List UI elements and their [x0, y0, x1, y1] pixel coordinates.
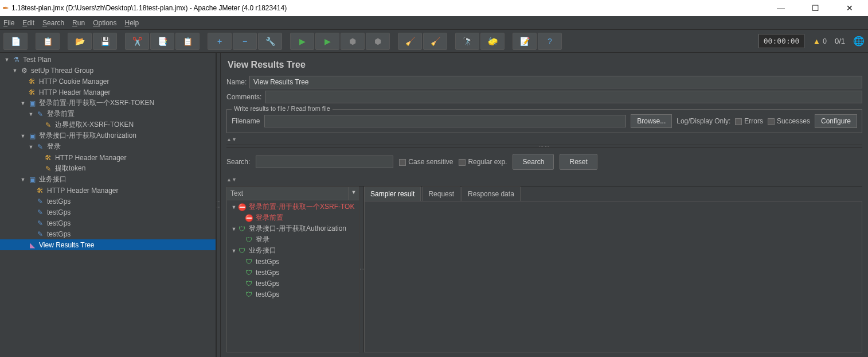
- result-row[interactable]: 🛡 testGps: [227, 289, 359, 300]
- flask-icon: ⚗: [11, 55, 21, 64]
- result-row[interactable]: ▼🛡 业务接口: [227, 245, 359, 256]
- controller-icon: ▣: [28, 131, 37, 141]
- horizontal-splitter[interactable]: ⋯⋯: [226, 145, 862, 148]
- cut-button[interactable]: ✂️: [125, 33, 149, 50]
- browse-button[interactable]: Browse...: [631, 114, 672, 128]
- filename-label: Filename: [232, 117, 260, 125]
- start-button[interactable]: ▶: [290, 33, 314, 50]
- reset-search-button[interactable]: 🧽: [480, 33, 505, 50]
- tab-content-area: [364, 201, 862, 352]
- tab-sampler-result[interactable]: Sampler result: [364, 187, 421, 201]
- tree-sampler-login[interactable]: ▼✎ 登录: [0, 141, 216, 152]
- expand-button[interactable]: +: [208, 33, 232, 50]
- active-threads: 0/1: [835, 37, 845, 45]
- write-results-fieldset: Write results to file / Read from file F…: [226, 109, 862, 133]
- search-input[interactable]: [256, 156, 393, 168]
- minimize-button[interactable]: —: [769, 3, 792, 13]
- menu-options[interactable]: Options: [93, 19, 116, 27]
- result-row[interactable]: ⛔ 登录前置: [227, 212, 359, 223]
- result-row[interactable]: ▼🛡 登录接口-用于获取Authorization: [227, 223, 359, 234]
- scroll-indicator-top: ▲▼: [226, 137, 862, 142]
- tree-extract-token[interactable]: ✎ 提取token: [0, 163, 216, 174]
- result-row[interactable]: ▼⛔ 登录前置-用于获取一个XSRF-TOK: [227, 201, 359, 212]
- tree-test-plan[interactable]: ▼⚗ Test Plan: [0, 54, 216, 65]
- tree-sampler-login-pre[interactable]: ▼✎ 登录前置: [0, 108, 216, 119]
- start-no-timers-button[interactable]: ▶: [315, 33, 339, 50]
- warning-indicator[interactable]: ▲ 0: [812, 37, 827, 46]
- errors-checkbox[interactable]: Errors: [735, 117, 763, 125]
- tree-testgps-4[interactable]: ✎ testGps: [0, 228, 216, 239]
- fail-badge-icon: ⛔: [237, 203, 247, 211]
- sampler-icon: ✎: [36, 197, 45, 206]
- close-button[interactable]: ✕: [838, 3, 861, 13]
- tab-response-data[interactable]: Response data: [462, 187, 521, 201]
- tree-controller-xsrf[interactable]: ▼▣ 登录前置-用于获取一个XSRF-TOKEN: [0, 98, 216, 108]
- shutdown-button[interactable]: ⬢: [366, 33, 390, 50]
- open-button[interactable]: 📂: [68, 33, 92, 50]
- copy-button[interactable]: 📑: [150, 33, 174, 50]
- search-button[interactable]: Search: [513, 154, 554, 170]
- tree-testgps-1[interactable]: ✎ testGps: [0, 196, 216, 207]
- tree-controller-biz[interactable]: ▼▣ 业务接口: [0, 174, 216, 185]
- menu-search[interactable]: Search: [42, 19, 64, 27]
- case-sensitive-checkbox[interactable]: Case sensitive: [399, 158, 453, 166]
- successes-checkbox[interactable]: Successes: [768, 117, 810, 125]
- tree-header-manager-3[interactable]: 🛠 HTTP Header Manager: [0, 185, 216, 196]
- tree-cookie-manager[interactable]: 🛠 HTTP Cookie Manager: [0, 76, 216, 87]
- results-tree-body[interactable]: ▼⛔ 登录前置-用于获取一个XSRF-TOK ⛔ 登录前置 ▼🛡 登录接口-用于…: [227, 200, 359, 352]
- renderer-dropdown[interactable]: ▼: [349, 187, 359, 200]
- configure-button[interactable]: Configure: [815, 114, 857, 128]
- result-row[interactable]: 🛡 testGps: [227, 267, 359, 278]
- sampler-icon: ✎: [36, 230, 45, 239]
- filename-input[interactable]: [264, 115, 626, 127]
- tree-header-manager-1[interactable]: 🛠 HTTP Header Manager: [0, 87, 216, 98]
- tree-extractor-xsrf[interactable]: ✎ 边界提取X-XSRF-TOKEN: [0, 119, 216, 130]
- tree-controller-auth[interactable]: ▼▣ 登录接口-用于获取Authorization: [0, 130, 216, 141]
- new-button[interactable]: 📄: [3, 33, 28, 50]
- comments-input[interactable]: [265, 91, 862, 103]
- tree-thread-group[interactable]: ▼⚙ setUp Thread Group: [0, 65, 216, 76]
- toggle-button[interactable]: 🔧: [258, 33, 282, 50]
- log-display-label: Log/Display Only:: [677, 117, 730, 125]
- stop-button[interactable]: ⬢: [341, 33, 365, 50]
- window-title: 1.18test-plan.jmx (D:\Users\zh\Desktop\1…: [11, 4, 769, 12]
- menu-file[interactable]: File: [3, 19, 14, 27]
- test-plan-tree[interactable]: ▼⚗ Test Plan ▼⚙ setUp Thread Group 🛠 HTT…: [0, 53, 216, 357]
- tab-request[interactable]: Request: [422, 187, 460, 201]
- menu-help[interactable]: Help: [125, 19, 139, 27]
- tree-header-manager-2[interactable]: 🛠 HTTP Header Manager: [0, 152, 216, 163]
- collapse-button[interactable]: −: [233, 33, 257, 50]
- menu-edit[interactable]: Edit: [22, 19, 34, 27]
- results-splitter[interactable]: ⋮: [359, 187, 364, 352]
- clear-button[interactable]: 🧹: [398, 33, 422, 50]
- reset-button[interactable]: Reset: [560, 154, 597, 170]
- vertical-splitter[interactable]: ⋮⋮: [216, 53, 221, 357]
- regex-checkbox[interactable]: Regular exp.: [459, 158, 507, 166]
- elapsed-timer: 00:00:00: [758, 34, 805, 48]
- tree-view-results-tree[interactable]: ◣ View Results Tree: [0, 239, 216, 250]
- result-row[interactable]: 🛡 testGps: [227, 256, 359, 267]
- gear-icon: ⚙: [19, 66, 29, 75]
- function-helper-button[interactable]: 📝: [513, 33, 537, 50]
- menu-run[interactable]: Run: [72, 19, 85, 27]
- save-button[interactable]: 💾: [93, 33, 117, 50]
- result-tabs: Sampler result Request Response data: [364, 187, 862, 201]
- help-button[interactable]: ?: [538, 33, 562, 50]
- result-row[interactable]: 🛡 登录: [227, 234, 359, 245]
- clear-all-button[interactable]: 🧹: [423, 33, 447, 50]
- success-badge-icon: 🛡: [237, 247, 247, 255]
- window-titlebar: ✒ 1.18test-plan.jmx (D:\Users\zh\Desktop…: [0, 0, 868, 16]
- comments-label: Comments:: [226, 93, 261, 101]
- paste-button[interactable]: 📋: [175, 33, 200, 50]
- remote-indicator-icon[interactable]: 🌐: [853, 36, 865, 46]
- templates-button[interactable]: 📋: [36, 33, 60, 50]
- maximize-button[interactable]: ☐: [804, 3, 827, 13]
- result-row[interactable]: 🛡 testGps: [227, 278, 359, 289]
- search-toolbar-button[interactable]: 🔭: [455, 33, 479, 50]
- tree-testgps-2[interactable]: ✎ testGps: [0, 207, 216, 218]
- name-input[interactable]: [249, 76, 862, 88]
- success-badge-icon: 🛡: [244, 280, 253, 288]
- tree-testgps-3[interactable]: ✎ testGps: [0, 218, 216, 228]
- wrench-icon: 🛠: [28, 88, 37, 97]
- results-tree-header[interactable]: Text: [227, 187, 349, 200]
